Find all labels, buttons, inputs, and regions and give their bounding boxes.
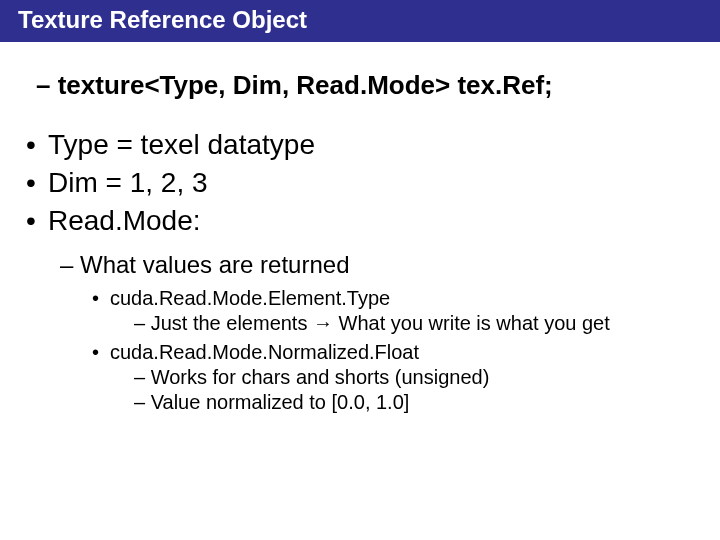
declaration-line: – texture<Type, Dim, Read.Mode> tex.Ref; (36, 70, 696, 101)
bullet-type: Type = texel datatype (24, 129, 696, 161)
mode-normalized-float: cuda.Read.Mode.Normalized.Float (92, 341, 696, 364)
readmode-desc: – What values are returned (60, 251, 696, 279)
arrow-icon: → (313, 312, 333, 334)
mode-normalized-desc1: – Works for chars and shorts (unsigned) (134, 366, 696, 389)
bullet-readmode: Read.Mode: (24, 205, 696, 237)
bullet-dim: Dim = 1, 2, 3 (24, 167, 696, 199)
mode-normalized-desc2: – Value normalized to [0.0, 1.0] (134, 391, 696, 414)
slide-content: – texture<Type, Dim, Read.Mode> tex.Ref;… (0, 42, 720, 414)
desc-pre: – Just the elements (134, 312, 313, 334)
slide-title-bar: Texture Reference Object (0, 0, 720, 42)
mode-element-type: cuda.Read.Mode.Element.Type (92, 287, 696, 310)
desc-post: What you write is what you get (333, 312, 610, 334)
slide-title: Texture Reference Object (18, 6, 307, 33)
mode-element-type-desc: – Just the elements → What you write is … (134, 312, 696, 335)
